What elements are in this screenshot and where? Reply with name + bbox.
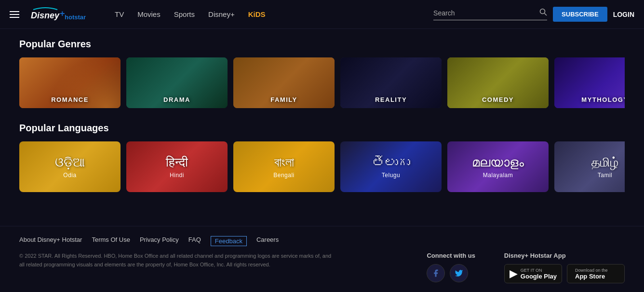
nav-sports[interactable]: Sports bbox=[174, 10, 195, 18]
lang-telugu-name: Telugu bbox=[382, 172, 400, 179]
logo[interactable]: Disney + hotstar bbox=[31, 6, 94, 23]
lang-odia-name: Odia bbox=[63, 172, 76, 179]
footer-link-feedback[interactable]: Feedback bbox=[211, 236, 247, 246]
footer-app-title: Disney+ Hotstar App bbox=[504, 252, 625, 259]
footer-links: About Disney+ Hotstar Terms Of Use Priva… bbox=[19, 236, 625, 246]
svg-point-3 bbox=[540, 9, 545, 14]
lang-card-tamil[interactable]: தமிழ் Tamil bbox=[554, 141, 625, 192]
genre-family-label: FAMILY bbox=[270, 96, 297, 103]
lang-tamil-name: Tamil bbox=[598, 172, 613, 179]
genre-card-romance[interactable]: ROMANCE bbox=[19, 57, 121, 108]
lang-malayalam-name: Malayalam bbox=[483, 172, 513, 179]
footer-connect: Connect with us bbox=[427, 252, 475, 283]
lang-card-telugu[interactable]: తెలుగు Telugu bbox=[340, 141, 442, 192]
genre-cards-row: ROMANCE DRAMA FAMILY REALITY COMEDY MYTH bbox=[19, 57, 625, 108]
lang-card-bengali[interactable]: বাংলা Bengali bbox=[233, 141, 335, 192]
lang-card-odia[interactable]: ଓଡ଼ିଆ Odia bbox=[19, 141, 121, 192]
lang-card-hindi[interactable]: हिन्दी Hindi bbox=[126, 141, 228, 192]
header-left: Disney + hotstar TV Movies Sports Disney… bbox=[10, 6, 266, 23]
lang-odia-script: ଓଡ଼ିଆ bbox=[55, 155, 85, 170]
svg-text:Disney: Disney bbox=[31, 11, 60, 20]
lang-telugu-script: తెలుగు bbox=[372, 155, 410, 170]
nav-links: TV Movies Sports Disney+ KiDS bbox=[115, 10, 266, 18]
language-cards-row: ଓଡ଼ିଆ Odia हिन्दी Hindi বাংলা Bengali తె… bbox=[19, 141, 625, 192]
app-store-badge[interactable]: Download on the App Store bbox=[567, 264, 625, 283]
footer-app: Disney+ Hotstar App ▶ GET IT ON Google P… bbox=[504, 252, 625, 283]
app-badges: ▶ GET IT ON Google Play Download on the … bbox=[504, 264, 625, 283]
genre-mythology-label: MYTHOLOGY bbox=[581, 96, 625, 103]
genre-reality-label: REALITY bbox=[375, 96, 407, 103]
lang-bengali-name: Bengali bbox=[273, 172, 295, 179]
footer-copyright: © 2022 STAR. All Rights Reserved. HBO, H… bbox=[19, 252, 337, 269]
genre-card-mythology[interactable]: MYTHOLOGY bbox=[554, 57, 625, 108]
genre-romance-label: ROMANCE bbox=[51, 96, 89, 103]
subscribe-button[interactable]: SUBSCRIBE bbox=[553, 7, 607, 22]
google-play-text: GET IT ON Google Play bbox=[521, 268, 557, 280]
genre-drama-label: DRAMA bbox=[163, 96, 190, 103]
footer-bottom: © 2022 STAR. All Rights Reserved. HBO, H… bbox=[19, 252, 625, 283]
google-play-icon: ▶ bbox=[510, 267, 518, 280]
footer-right: Connect with us Disney+ Hotstar App ▶ bbox=[427, 252, 625, 283]
social-icons bbox=[427, 264, 475, 282]
svg-text:hotstar: hotstar bbox=[65, 14, 86, 21]
lang-tamil-script: தமிழ் bbox=[591, 155, 618, 170]
app-store-small: Download on the bbox=[575, 268, 608, 273]
nav-movies[interactable]: Movies bbox=[137, 10, 161, 18]
lang-bengali-script: বাংলা bbox=[274, 155, 294, 170]
logo-svg: Disney + hotstar bbox=[31, 6, 94, 23]
twitter-icon[interactable] bbox=[450, 264, 468, 282]
header: Disney + hotstar TV Movies Sports Disney… bbox=[0, 0, 644, 29]
lang-hindi-name: Hindi bbox=[170, 172, 184, 179]
app-store-text: Download on the App Store bbox=[575, 268, 608, 280]
footer-link-faq[interactable]: FAQ bbox=[188, 236, 201, 246]
genre-card-drama[interactable]: DRAMA bbox=[126, 57, 228, 108]
google-play-small: GET IT ON bbox=[521, 268, 557, 273]
svg-line-4 bbox=[545, 14, 547, 16]
search-icon bbox=[539, 8, 547, 16]
nav-kids[interactable]: KiDS bbox=[248, 10, 266, 18]
login-button[interactable]: LOGIN bbox=[613, 11, 634, 18]
search-input[interactable] bbox=[433, 9, 539, 17]
footer-connect-title: Connect with us bbox=[427, 252, 475, 259]
facebook-icon[interactable] bbox=[427, 264, 445, 282]
search-container bbox=[433, 8, 547, 20]
popular-genres-section: Popular Genres ROMANCE DRAMA FAMILY REAL… bbox=[19, 39, 625, 108]
footer-link-terms[interactable]: Terms Of Use bbox=[92, 236, 130, 246]
app-store-big: App Store bbox=[575, 273, 608, 280]
lang-card-malayalam[interactable]: മലയാളം Malayalam bbox=[447, 141, 549, 192]
header-right: SUBSCRIBE LOGIN bbox=[433, 7, 634, 22]
genre-card-comedy[interactable]: COMEDY bbox=[447, 57, 549, 108]
hamburger-menu-icon[interactable] bbox=[10, 11, 19, 18]
genre-card-reality[interactable]: REALITY bbox=[340, 57, 442, 108]
nav-tv[interactable]: TV bbox=[115, 10, 124, 18]
main-content: Popular Genres ROMANCE DRAMA FAMILY REAL… bbox=[0, 29, 644, 216]
genre-card-family[interactable]: FAMILY bbox=[233, 57, 335, 108]
nav-disney-plus[interactable]: Disney+ bbox=[208, 10, 235, 18]
search-icon-button[interactable] bbox=[539, 8, 547, 18]
google-play-badge[interactable]: ▶ GET IT ON Google Play bbox=[504, 264, 562, 283]
footer-link-about[interactable]: About Disney+ Hotstar bbox=[19, 236, 82, 246]
popular-genres-title: Popular Genres bbox=[19, 39, 625, 50]
footer: About Disney+ Hotstar Terms Of Use Priva… bbox=[0, 226, 644, 292]
google-play-big: Google Play bbox=[521, 273, 557, 280]
popular-languages-title: Popular Languages bbox=[19, 123, 625, 134]
footer-link-careers[interactable]: Careers bbox=[256, 236, 279, 246]
footer-link-privacy[interactable]: Privacy Policy bbox=[140, 236, 179, 246]
genre-comedy-label: COMEDY bbox=[482, 96, 514, 103]
lang-hindi-script: हिन्दी bbox=[166, 155, 188, 170]
svg-text:+: + bbox=[60, 9, 65, 18]
lang-malayalam-script: മലയാളം bbox=[472, 155, 524, 170]
popular-languages-section: Popular Languages ଓଡ଼ିଆ Odia हिन्दी Hind… bbox=[19, 123, 625, 192]
